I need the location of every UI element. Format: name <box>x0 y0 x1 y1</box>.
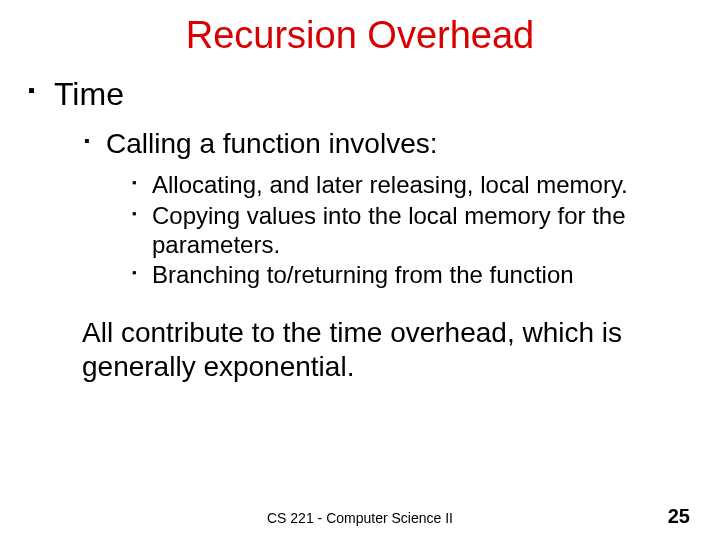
bullet-copy: Copying values into the local memory for… <box>132 202 692 260</box>
slide-title: Recursion Overhead <box>0 0 720 57</box>
bullet-copy-label: Copying values into the local memory for… <box>152 202 626 258</box>
bullet-branch: Branching to/returning from the function <box>132 261 692 290</box>
bullet-list-level1: Time Calling a function involves: Alloca… <box>28 75 720 290</box>
bullet-alloc-label: Allocating, and later releasing, local m… <box>152 171 628 198</box>
bullet-list-level3: Allocating, and later releasing, local m… <box>132 171 692 290</box>
bullet-branch-label: Branching to/returning from the function <box>152 261 574 288</box>
summary-text: All contribute to the time overhead, whi… <box>82 316 642 383</box>
bullet-list-level2: Calling a function involves: Allocating,… <box>84 127 720 290</box>
footer-course: CS 221 - Computer Science II <box>0 510 720 526</box>
slide: Recursion Overhead Time Calling a functi… <box>0 0 720 540</box>
bullet-calling-label: Calling a function involves: <box>106 128 438 159</box>
footer-page-number: 25 <box>668 505 690 528</box>
bullet-time-label: Time <box>54 76 124 112</box>
bullet-time: Time Calling a function involves: Alloca… <box>28 75 720 290</box>
bullet-alloc: Allocating, and later releasing, local m… <box>132 171 692 200</box>
bullet-calling: Calling a function involves: Allocating,… <box>84 127 720 290</box>
